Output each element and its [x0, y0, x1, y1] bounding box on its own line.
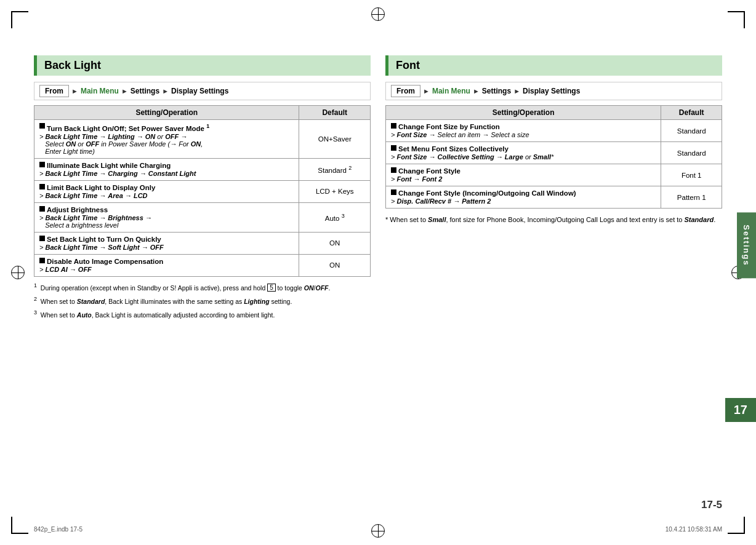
bl-row2-op: Illuminate Back Light while Charging > B…: [34, 158, 299, 180]
bl-col2-header: Default: [299, 106, 371, 120]
font-nav-mainmenu: Main Menu: [432, 87, 470, 95]
table-row: Disable Auto Image Compensation > LCD AI…: [34, 254, 371, 276]
table-row: Set Menu Font Sizes Collectively > Font …: [386, 142, 722, 164]
file-info: 842p_E.indb 17-5: [34, 526, 82, 533]
bl-row5-op: Set Back Light to Turn On Quickly > Back…: [34, 232, 299, 254]
bl-row6-op: Disable Auto Image Compensation > LCD AI…: [34, 254, 299, 276]
font-row4-default: Pattern 1: [661, 186, 722, 209]
font-col1-header: Setting/Operation: [386, 106, 661, 120]
font-row2-op: Set Menu Font Sizes Collectively > Font …: [386, 142, 661, 164]
bullet-icon: [39, 184, 45, 189]
corner-mark-br: [728, 517, 745, 534]
bullet-icon: [39, 236, 45, 241]
font-col2-header: Default: [661, 106, 722, 120]
center-top-mark: [371, 7, 385, 21]
bl-nav-display: Display Settings: [171, 87, 228, 95]
bl-row4-default: Auto 3: [299, 202, 371, 232]
back-light-table: Setting/Operation Default Turn Back Ligh…: [34, 105, 371, 277]
arrow-6: ►: [513, 87, 520, 95]
back-light-section: Back Light From ► Main Menu ► Settings ►…: [34, 55, 371, 508]
settings-tab: Settings: [737, 212, 756, 278]
font-note: * When set to Small, font size for Phone…: [385, 215, 722, 225]
table-row: Change Font Style (Incoming/Outgoing Cal…: [386, 186, 722, 209]
corner-mark-tr: [728, 11, 745, 28]
back-light-breadcrumb: From ► Main Menu ► Settings ► Display Se…: [34, 82, 371, 100]
font-table: Setting/Operation Default Change Font Si…: [385, 105, 722, 209]
bl-row2-default: Standard 2: [299, 158, 371, 180]
bl-row1-default: ON+Saver: [299, 120, 371, 159]
corner-mark-tl: [11, 11, 28, 28]
footnote-1: 1 During operation (except when in Stand…: [34, 282, 371, 293]
font-row4-op: Change Font Style (Incoming/Outgoing Cal…: [386, 186, 661, 209]
bl-row3-op: Limit Back Light to Display Only > Back …: [34, 180, 299, 202]
arrow-3: ►: [162, 87, 169, 95]
font-title: Font: [385, 55, 722, 76]
font-row1-op: Change Font Size by Function > Font Size…: [386, 120, 661, 142]
font-section: Font From ► Main Menu ► Settings ► Displ…: [385, 55, 722, 508]
table-row: Adjust Brightness > Back Light Time → Br…: [34, 202, 371, 232]
bullet-icon: [391, 123, 396, 129]
font-row2-default: Standard: [661, 142, 722, 164]
bullet-icon: [39, 206, 45, 212]
arrow-2: ►: [121, 87, 128, 95]
table-row: Illuminate Back Light while Charging > B…: [34, 158, 371, 180]
center-left-mark: [11, 266, 25, 279]
bullet-icon: [39, 123, 45, 129]
arrow-1: ►: [71, 87, 78, 95]
font-breadcrumb: From ► Main Menu ► Settings ► Display Se…: [385, 82, 722, 100]
table-row: Turn Back Light On/Off; Set Power Saver …: [34, 120, 371, 159]
footnote-2: 2 When set to Standard, Back Light illum…: [34, 295, 371, 306]
table-row: Change Font Size by Function > Font Size…: [386, 120, 722, 142]
bullet-icon: [391, 167, 396, 173]
bl-nav-settings: Settings: [131, 87, 159, 95]
table-row: Change Font Style > Font → Font 2 Font 1: [386, 164, 722, 186]
font-row3-op: Change Font Style > Font → Font 2: [386, 164, 661, 186]
back-light-footnotes: 1 During operation (except when in Stand…: [34, 282, 371, 320]
arrow-4: ►: [423, 87, 430, 95]
bullet-icon: [391, 189, 396, 195]
bottom-info: 842p_E.indb 17-5 10.4.21 10:58:31 AM: [34, 526, 722, 533]
font-row3-default: Font 1: [661, 164, 722, 186]
bullet-icon: [391, 145, 396, 151]
settings-number-box: 17: [725, 398, 756, 422]
date-info: 10.4.21 10:58:31 AM: [666, 526, 722, 533]
font-from-label: From: [391, 85, 420, 97]
bl-row5-default: ON: [299, 232, 371, 254]
bullet-icon: [39, 258, 45, 263]
page-container: Back Light From ► Main Menu ► Settings ►…: [0, 0, 756, 545]
bl-col1-header: Setting/Operation: [34, 106, 299, 120]
corner-mark-bl: [11, 517, 28, 534]
bl-row4-op: Adjust Brightness > Back Light Time → Br…: [34, 202, 299, 232]
arrow-5: ►: [473, 87, 480, 95]
table-row: Set Back Light to Turn On Quickly > Back…: [34, 232, 371, 254]
back-light-from-label: From: [39, 85, 69, 97]
bl-row1-op: Turn Back Light On/Off; Set Power Saver …: [34, 120, 299, 159]
font-nav-settings: Settings: [482, 87, 511, 95]
font-row1-default: Standard: [661, 120, 722, 142]
bl-row6-default: ON: [299, 254, 371, 276]
page-ref: 17-5: [701, 499, 722, 511]
table-row: Limit Back Light to Display Only > Back …: [34, 180, 371, 202]
main-content: Back Light From ► Main Menu ► Settings ►…: [34, 55, 722, 508]
font-nav-display: Display Settings: [523, 87, 580, 95]
bullet-icon: [39, 162, 45, 167]
back-light-title: Back Light: [34, 55, 371, 76]
bl-nav-mainmenu: Main Menu: [81, 87, 119, 95]
bl-row3-default: LCD + Keys: [299, 180, 371, 202]
footnote-3: 3 When set to Auto, Back Light is automa…: [34, 309, 371, 320]
